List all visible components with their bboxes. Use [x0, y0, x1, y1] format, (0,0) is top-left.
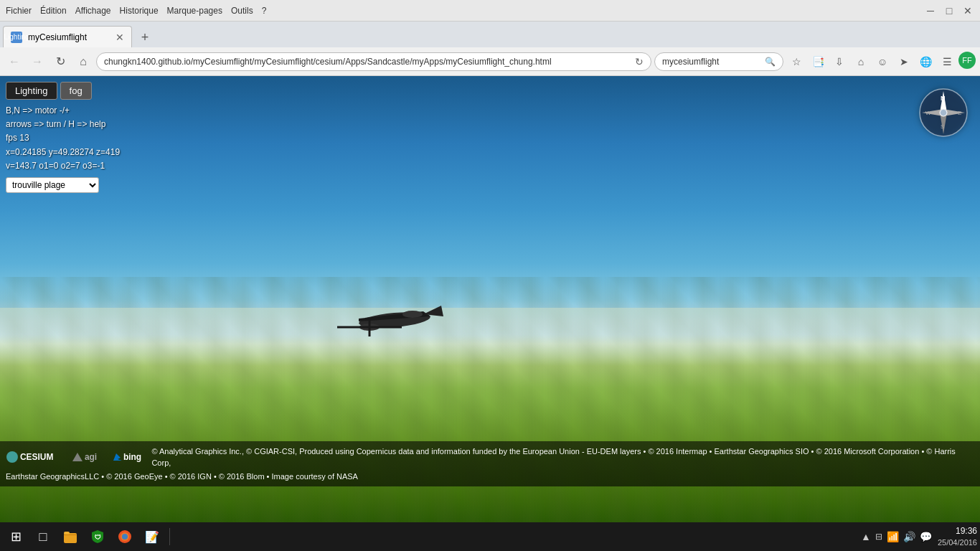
menu-marquepages[interactable]: Marque-pages: [167, 6, 222, 16]
credits-line-1: © Analytical Graphics Inc., © CGIAR-CSI,…: [151, 446, 974, 469]
compass-rose: N S E W: [918, 88, 969, 138]
search-bar[interactable]: mycesiumflight 🔍: [654, 52, 783, 71]
svg-text:🛡: 🛡: [95, 534, 101, 541]
info-line-3: fps 13: [6, 131, 120, 145]
address-bar: ← → ↻ ⌂ chungkn1400.github.io/myCesiumfl…: [0, 47, 980, 76]
download-button[interactable]: ⇩: [829, 52, 849, 72]
extensions-button[interactable]: ☰: [937, 52, 957, 72]
start-button[interactable]: ⊞: [3, 524, 29, 550]
minimize-button[interactable]: ─: [924, 4, 937, 17]
clock[interactable]: 19:36 25/04/2016: [938, 526, 977, 547]
toolbar-buttons: Lighting fog: [6, 82, 120, 100]
cesium-logo: CESIUM: [6, 451, 63, 463]
home-tb-button[interactable]: ⌂: [851, 52, 871, 72]
menu-bar: Fichier Édition Affichage Historique Mar…: [6, 6, 266, 16]
cesium-credits: CESIUM agi bing © Analytical Graphics In…: [0, 441, 980, 487]
taskbar-separator: [169, 528, 170, 545]
firefox-icon: [117, 529, 133, 545]
shield-icon: 🛡: [90, 529, 105, 545]
refresh-button[interactable]: ↻: [50, 52, 70, 72]
home-button[interactable]: ⌂: [73, 52, 93, 72]
firefox-button[interactable]: [112, 524, 138, 550]
agi-logo: agi: [69, 451, 105, 463]
svg-marker-19: [72, 453, 83, 461]
svg-point-17: [6, 451, 18, 463]
wifi-icon[interactable]: 📶: [887, 531, 899, 542]
taskbar-right: ▲ ⊟ 📶 🔊 💬 19:36 25/04/2016: [861, 526, 977, 547]
profile-button[interactable]: FF: [958, 52, 976, 69]
svg-rect-24: [64, 532, 70, 534]
notification-icon[interactable]: ▲: [861, 531, 871, 542]
toolbar-icons: ☆ 📑 ⇩ ⌂ ☺ ➤ 🌐 ☰ FF: [786, 52, 976, 72]
file-explorer-icon: [62, 529, 78, 545]
svg-text:CESIUM: CESIUM: [20, 452, 54, 462]
menu-help[interactable]: ?: [262, 6, 267, 16]
compass-svg: N S E W: [918, 88, 969, 138]
taskbar: ⊞ □ 🛡 📝 ▲ ⊟: [0, 522, 980, 551]
tab-bar: Lighting myCesiumflight ✕ +: [0, 22, 980, 47]
title-bar: Fichier Édition Affichage Historique Mar…: [0, 0, 980, 22]
location-select[interactable]: trouville plage paris london new york: [6, 177, 99, 193]
tab-close-button[interactable]: ✕: [116, 32, 124, 42]
network-icon[interactable]: ⊟: [875, 532, 882, 542]
share-button[interactable]: ➤: [894, 52, 914, 72]
info-line-4: x=0.24185 y=49.28274 z=419: [6, 146, 120, 159]
fog-button[interactable]: fog: [60, 82, 92, 100]
forward-button[interactable]: →: [27, 52, 47, 72]
svg-text:bing: bing: [123, 452, 141, 462]
info-line-1: B,N => motor -/+: [6, 104, 120, 118]
bing-logo: bing: [110, 451, 146, 463]
menu-affichage[interactable]: Affichage: [75, 6, 111, 16]
menu-fichier[interactable]: Fichier: [6, 6, 32, 16]
info-line-5: v=143.7 o1=0 o2=7 o3=-1: [6, 159, 120, 173]
url-bar[interactable]: chungkn1400.github.io/myCesiumflight/myC…: [96, 52, 651, 71]
new-tab-button[interactable]: +: [135, 27, 155, 47]
svg-text:E: E: [958, 110, 961, 116]
message-icon[interactable]: 💬: [920, 531, 932, 542]
svg-point-12: [940, 109, 947, 116]
browser-window: Fichier Édition Affichage Historique Mar…: [0, 0, 980, 551]
system-icons: ▲ ⊟ 📶 🔊 💬: [861, 531, 932, 542]
notes-button[interactable]: 📝: [139, 524, 165, 550]
cesium-ui-overlay: Lighting fog B,N => motor -/+ arrows => …: [6, 82, 120, 193]
svg-text:W: W: [925, 110, 931, 116]
svg-point-4: [402, 311, 423, 318]
url-lock-icon: ↻: [635, 56, 644, 67]
back-button[interactable]: ←: [4, 52, 24, 72]
tab-title: myCesiumflight: [28, 32, 110, 42]
search-icon: 🔍: [765, 57, 776, 67]
svg-point-28: [122, 534, 128, 540]
translate-button[interactable]: 🌐: [915, 52, 936, 72]
close-button[interactable]: ✕: [961, 4, 974, 17]
sync-button[interactable]: ☺: [872, 52, 892, 72]
menu-edition[interactable]: Édition: [40, 6, 67, 16]
svg-text:agi: agi: [85, 452, 97, 462]
info-panel: B,N => motor -/+ arrows => turn / H => h…: [6, 104, 120, 173]
airplane: [330, 291, 459, 352]
file-explorer-button[interactable]: [57, 524, 83, 550]
clock-time: 19:36: [938, 526, 977, 537]
credits-line-2: Earthstar GeographicsLLC • © 2016 GeoEye…: [6, 471, 974, 483]
maximize-button[interactable]: □: [943, 4, 956, 17]
svg-text:S: S: [941, 123, 944, 130]
svg-text:N: N: [941, 95, 946, 102]
airplane-icon: [330, 291, 459, 349]
svg-marker-21: [113, 453, 122, 461]
window-controls: ─ □ ✕: [924, 4, 974, 17]
tab-favicon: Lighting: [11, 32, 22, 43]
volume-icon[interactable]: 🔊: [903, 531, 915, 542]
browser-tab[interactable]: Lighting myCesiumflight ✕: [3, 26, 132, 47]
task-view-button[interactable]: □: [30, 524, 56, 550]
search-value: mycesiumflight: [662, 57, 719, 67]
lighting-button[interactable]: Lighting: [6, 82, 57, 100]
clock-date: 25/04/2016: [938, 537, 977, 547]
shield-app-button[interactable]: 🛡: [85, 524, 110, 550]
url-text: chungkn1400.github.io/myCesiumflight/myC…: [104, 57, 631, 67]
cesium-viewport[interactable]: Lighting fog B,N => motor -/+ arrows => …: [0, 76, 980, 522]
info-line-2: arrows => turn / H => help: [6, 118, 120, 131]
menu-historique[interactable]: Historique: [120, 6, 159, 16]
menu-outils[interactable]: Outils: [231, 6, 253, 16]
horizon-haze: [0, 308, 980, 365]
bookmarks-list-button[interactable]: 📑: [808, 52, 828, 72]
bookmark-star-button[interactable]: ☆: [786, 52, 806, 72]
